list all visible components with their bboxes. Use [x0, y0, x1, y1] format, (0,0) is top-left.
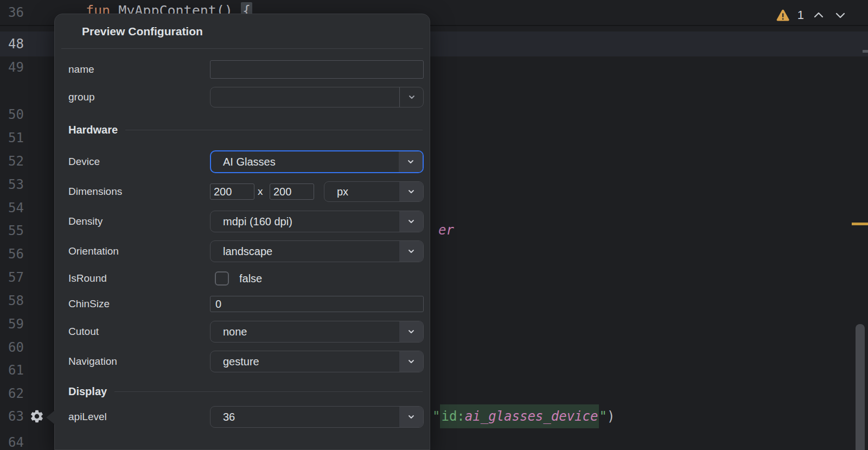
usage-highlight: id:ai_glasses_device — [440, 404, 599, 428]
section-title: Display — [68, 385, 107, 398]
selected-value: mdpi (160 dpi) — [223, 216, 292, 228]
form-row-dimensions: Dimensions200x200px — [68, 181, 423, 202]
line-number: 57 — [0, 269, 24, 286]
line-number: 59 — [0, 316, 24, 332]
form-row-display: Display — [68, 383, 423, 400]
field-label: Device — [68, 150, 100, 173]
form-row-hardware: Hardware — [68, 122, 423, 138]
device-id-value: ai_glasses_device — [465, 409, 598, 424]
selected-value: none — [223, 326, 247, 338]
selected-value: AI Glasses — [223, 156, 276, 168]
form-row-isround: IsRoundfalse — [68, 271, 423, 286]
name-input[interactable] — [210, 60, 424, 79]
form-row-cutout: Cutoutnone — [68, 321, 423, 343]
height-input[interactable]: 200 — [270, 183, 314, 200]
line-number: 56 — [0, 246, 24, 262]
gear-icon[interactable] — [29, 409, 44, 424]
section-rule — [114, 391, 423, 392]
field-label: Dimensions — [68, 181, 122, 202]
section-rule — [125, 130, 423, 130]
previous-highlight-button[interactable] — [812, 8, 826, 22]
line-number: 50 — [0, 106, 24, 123]
line-number: 63 — [0, 408, 24, 424]
next-highlight-button[interactable] — [833, 8, 847, 22]
selected-value: 36 — [223, 411, 235, 423]
warning-count: 1 — [797, 8, 804, 22]
form-row-orientation: Orientationlandscape — [68, 240, 423, 262]
form-row-chinsize: ChinSize0 — [68, 296, 423, 312]
line-number: 53 — [0, 176, 24, 193]
dialog-title: Preview Configuration — [82, 25, 203, 38]
orientation-dropdown[interactable]: landscape — [210, 240, 424, 262]
form-row-group: group — [68, 87, 423, 107]
editor-scrollbar[interactable] — [856, 324, 865, 450]
preview-configuration-dialog: Preview Configuration namegroupHardwareD… — [54, 14, 430, 450]
width-input[interactable]: 200 — [210, 183, 254, 200]
line-number: 58 — [0, 293, 24, 309]
isround-checkbox[interactable] — [215, 271, 229, 286]
chevron-down-icon[interactable] — [399, 321, 423, 342]
field-label: IsRound — [68, 271, 107, 286]
line-number: 49 — [0, 59, 24, 75]
chevron-down-icon[interactable] — [399, 87, 423, 107]
chevron-down-icon[interactable] — [399, 351, 423, 372]
field-label: Density — [68, 211, 103, 232]
title-divider — [61, 48, 423, 49]
selected-value: px — [337, 186, 348, 198]
line-number: 54 — [0, 200, 24, 216]
line-number: 64 — [0, 434, 24, 450]
line-number: 48 — [0, 36, 24, 52]
chevron-down-icon[interactable] — [399, 151, 423, 172]
device-id-prefix: id: — [441, 409, 464, 424]
form-row-device: DeviceAI Glasses — [68, 150, 423, 173]
unit-dropdown[interactable]: px — [324, 181, 424, 202]
chevron-down-icon[interactable] — [399, 241, 423, 262]
scrollbar-caret-mark — [863, 50, 868, 53]
field-label: group — [68, 87, 95, 107]
cutout-dropdown[interactable]: none — [210, 321, 424, 343]
navigation-dropdown[interactable]: gesture — [210, 351, 424, 372]
form-row-navigation: Navigationgesture — [68, 351, 423, 372]
group-dropdown[interactable] — [210, 87, 424, 107]
string-open-quote: " — [432, 409, 440, 424]
chevron-down-icon[interactable] — [399, 182, 423, 201]
density-dropdown[interactable]: mdpi (160 dpi) — [210, 211, 424, 232]
field-label: apiLevel — [68, 406, 107, 428]
field-label: name — [68, 60, 94, 79]
line-number: 51 — [0, 130, 24, 146]
chevron-down-icon[interactable] — [399, 211, 423, 232]
form-row-density: Densitymdpi (160 dpi) — [68, 211, 423, 232]
device-dropdown[interactable]: AI Glasses — [210, 150, 424, 173]
chinsize-input[interactable]: 0 — [210, 296, 424, 312]
field-label: Navigation — [68, 351, 117, 372]
code-line: " id:ai_glasses_device " ) — [432, 404, 615, 428]
line-number: 55 — [0, 223, 24, 239]
sticky-line-number: 36 — [0, 4, 24, 21]
section-title: Hardware — [68, 124, 118, 136]
dialog-pointer — [46, 410, 55, 424]
form-row-name: name — [68, 60, 423, 79]
selected-value: landscape — [223, 245, 272, 258]
inspections-widget: 1 — [776, 7, 847, 24]
checkbox-value-label: false — [239, 272, 262, 285]
scrollbar-warning-mark[interactable] — [852, 223, 868, 225]
code-fragment: er — [438, 223, 454, 238]
dimensions-separator: x — [258, 181, 263, 202]
line-number: 62 — [0, 385, 24, 402]
field-label: Cutout — [68, 321, 99, 343]
line-number: 61 — [0, 362, 24, 378]
chevron-down-icon[interactable] — [399, 407, 423, 427]
warning-icon[interactable] — [776, 8, 790, 22]
line-number: 60 — [0, 339, 24, 356]
line-number: 52 — [0, 153, 24, 169]
apilevel-dropdown[interactable]: 36 — [210, 406, 424, 428]
form-row-apilevel: apiLevel36 — [68, 406, 423, 428]
code-editor: 4849505152535455565758596061626364 er " … — [0, 0, 868, 450]
field-label: Orientation — [68, 240, 119, 262]
string-close-quote: " — [599, 409, 607, 424]
close-paren: ) — [607, 409, 615, 424]
selected-value: gesture — [223, 356, 259, 368]
field-label: ChinSize — [68, 296, 110, 312]
